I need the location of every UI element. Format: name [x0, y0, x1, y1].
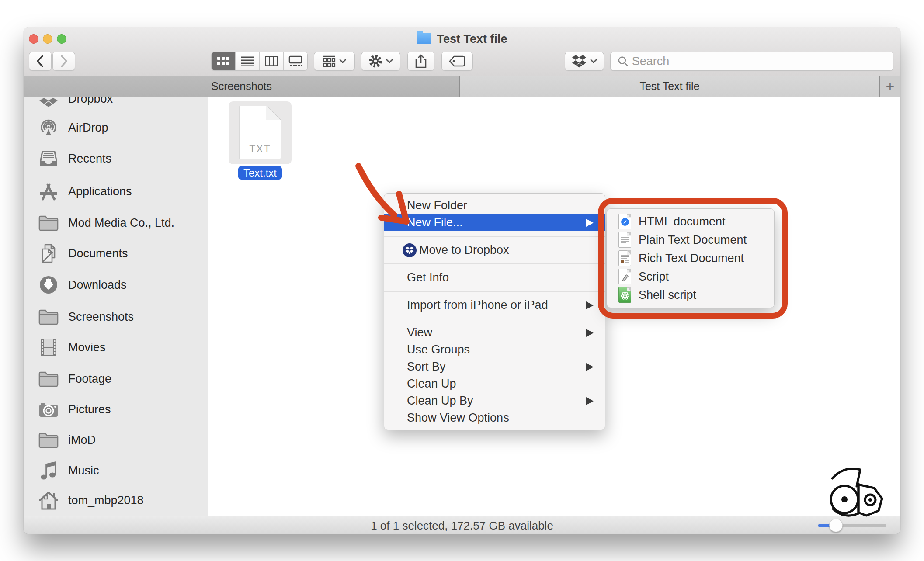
sidebar-item-imod[interactable]: iMoD	[24, 428, 208, 452]
icon-view-button[interactable]	[212, 52, 236, 70]
chevron-down-icon	[339, 59, 346, 63]
menu-separator	[384, 291, 605, 292]
group-by-button[interactable]	[314, 52, 355, 71]
menu-item-new-file[interactable]: New File...	[384, 214, 605, 231]
search-input[interactable]	[632, 52, 886, 70]
airdrop-icon	[38, 118, 59, 138]
menu-item-clean-up-by[interactable]: Clean Up By	[384, 392, 605, 409]
gallery-view-icon	[288, 55, 302, 67]
submenu-arrow-icon	[586, 397, 594, 405]
menu-item-get-info[interactable]: Get Info	[384, 269, 605, 286]
back-icon	[36, 55, 45, 68]
column-view-button[interactable]	[260, 52, 284, 70]
dropbox-toolbar-button[interactable]	[565, 52, 604, 71]
status-bar: 1 of 1 selected, 172.57 GB available	[24, 516, 900, 534]
music-icon	[38, 461, 59, 481]
new-tab-button[interactable]: +	[880, 76, 900, 97]
submenu-arrow-icon	[586, 363, 594, 371]
sidebar-item-documents[interactable]: Documents	[24, 242, 208, 265]
mascot-doodle	[823, 457, 889, 521]
search-icon	[618, 55, 629, 67]
submenu-arrow-icon	[586, 219, 594, 227]
tab-label: Screenshots	[211, 80, 272, 93]
back-button[interactable]	[29, 52, 52, 71]
page-fold	[266, 106, 281, 120]
list-view-icon	[241, 56, 254, 66]
share-button[interactable]	[407, 52, 434, 71]
menu-item-view[interactable]: View	[384, 324, 605, 341]
chevron-down-icon	[590, 59, 597, 63]
forward-icon	[59, 55, 68, 68]
menu-item-import-from-iphone[interactable]: Import from iPhone or iPad	[384, 297, 605, 314]
menu-item-clean-up[interactable]: Clean Up	[384, 375, 605, 392]
applications-icon	[38, 181, 59, 201]
red-highlight-box	[598, 198, 788, 319]
sidebar-item-movies[interactable]: Movies	[24, 336, 208, 359]
folder-icon	[38, 307, 59, 327]
sidebar-item-home[interactable]: tom_mbp2018	[24, 488, 208, 512]
tab-label: Test Text file	[639, 80, 699, 93]
sidebar-item-music[interactable]: Music	[24, 459, 208, 482]
menu-item-show-view-options[interactable]: Show View Options	[384, 409, 605, 426]
gallery-view-button[interactable]	[284, 52, 307, 70]
menu-separator	[384, 319, 605, 319]
tab-test-text-file[interactable]: Test Text file	[460, 76, 880, 97]
downloads-icon	[38, 275, 59, 295]
share-icon	[415, 54, 427, 68]
sidebar-item-mod-media[interactable]: Mod Media Co., Ltd.	[24, 211, 208, 235]
gear-icon	[368, 54, 382, 68]
folder-icon	[38, 369, 59, 389]
dropbox-icon	[572, 55, 587, 68]
zoom-slider[interactable]	[818, 524, 886, 527]
movies-icon	[38, 337, 59, 357]
sidebar-item-applications[interactable]: Applications	[24, 180, 208, 203]
sidebar: Dropbox AirDrop	[24, 97, 208, 516]
icon-view-icon	[217, 56, 230, 66]
actions-button[interactable]	[361, 52, 400, 71]
dropbox-badge-icon	[403, 243, 417, 257]
submenu-arrow-icon	[586, 329, 594, 337]
menu-item-move-to-dropbox[interactable]: Move to Dropbox	[384, 242, 605, 259]
sidebar-item-pictures[interactable]: Pictures	[24, 398, 208, 421]
tag-icon	[449, 55, 465, 67]
list-view-button[interactable]	[236, 52, 260, 70]
status-text: 1 of 1 selected, 172.57 GB available	[24, 519, 900, 533]
sidebar-item-recents[interactable]: Recents	[24, 147, 208, 170]
tag-button[interactable]	[441, 52, 473, 71]
window-title: Test Text file	[24, 32, 900, 46]
search-field[interactable]	[610, 52, 893, 71]
sidebar-item-footage[interactable]: Footage	[24, 367, 208, 391]
menu-item-new-folder[interactable]: New Folder	[384, 197, 605, 214]
camera-icon	[38, 399, 59, 419]
view-mode-segmented-control	[211, 52, 308, 71]
finder-window: Test Text file	[24, 27, 900, 534]
file-icon-selected[interactable]: TXT	[229, 101, 292, 164]
dropbox-icon	[38, 97, 59, 109]
sidebar-item-downloads[interactable]: Downloads	[24, 273, 208, 297]
menu-item-use-groups[interactable]: Use Groups	[384, 341, 605, 358]
group-icon	[323, 55, 336, 67]
context-menu: New Folder New File... Move to Dropbox G…	[384, 193, 605, 430]
menu-separator	[384, 236, 605, 237]
home-icon	[38, 490, 59, 510]
file-name-label[interactable]: Text.txt	[238, 166, 282, 180]
submenu-arrow-icon	[586, 301, 594, 309]
sidebar-item-airdrop[interactable]: AirDrop	[24, 116, 208, 139]
forward-button[interactable]	[52, 52, 75, 71]
plus-icon: +	[886, 78, 895, 95]
folder-icon	[38, 213, 59, 233]
folder-icon	[417, 33, 431, 44]
folder-icon	[38, 430, 59, 450]
menu-separator	[384, 263, 605, 264]
menu-item-sort-by[interactable]: Sort By	[384, 358, 605, 375]
recents-icon	[38, 149, 59, 169]
file-type-badge: TXT	[240, 143, 281, 155]
sidebar-item-dropbox[interactable]: Dropbox	[24, 97, 208, 111]
tab-bar: Screenshots Test Text file +	[24, 76, 900, 97]
txt-document-icon: TXT	[239, 106, 281, 159]
documents-icon	[38, 243, 59, 263]
tab-screenshots[interactable]: Screenshots	[24, 76, 460, 97]
titlebar: Test Text file	[24, 27, 900, 76]
sidebar-item-screenshots[interactable]: Screenshots	[24, 305, 208, 329]
chevron-down-icon	[386, 59, 393, 63]
